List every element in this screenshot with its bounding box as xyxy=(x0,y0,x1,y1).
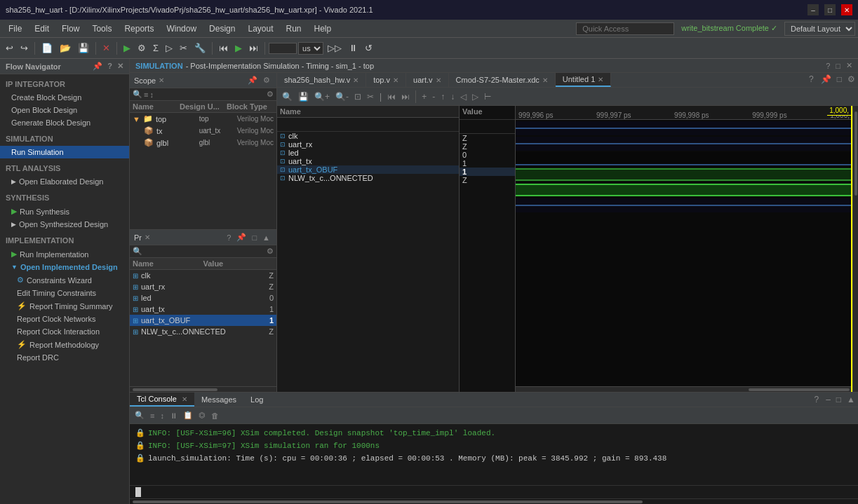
wave-fit-btn[interactable]: ⊡ xyxy=(352,91,363,102)
run-button[interactable]: ▶ xyxy=(121,41,133,55)
run-for-button[interactable]: ▷▷ xyxy=(325,41,344,55)
tab-tcl-console[interactable]: Tcl Console ✕ xyxy=(130,393,194,407)
reset-button[interactable]: ↺ xyxy=(362,41,375,55)
obj-row-nlw[interactable]: ⊞ NLW_tx_c...ONNECTED Z xyxy=(130,326,276,337)
wave-tab-sha256[interactable]: sha256_hash_hw.v ✕ xyxy=(277,73,366,87)
wave-tab-untitled-close[interactable]: ✕ xyxy=(598,76,603,83)
console-restore[interactable]: □ xyxy=(833,393,844,406)
obj-row-clk[interactable]: ⊞ clk Z xyxy=(130,270,276,281)
tab-tcl-close[interactable]: ✕ xyxy=(182,395,187,403)
synth-button[interactable]: ⚙ xyxy=(135,41,149,55)
wave-name-uart-tx[interactable]: ⊡ uart_tx xyxy=(277,157,460,165)
wave-remove-btn[interactable]: - xyxy=(430,91,437,102)
wave-tab-untitled[interactable]: Untitled 1 ✕ xyxy=(556,73,611,87)
wave-zoom-out-btn[interactable]: 🔍- xyxy=(333,91,351,102)
nav-open-synth-design[interactable]: ▶ Open Synthesized Design xyxy=(0,218,129,231)
console-clear-btn[interactable]: 🗑 xyxy=(209,411,221,421)
sim-help[interactable]: ? xyxy=(826,62,830,70)
wave-marker3-btn[interactable]: ▷ xyxy=(470,91,481,102)
new-button[interactable]: 📄 xyxy=(39,41,55,55)
wave-name-led[interactable]: ⊡ led xyxy=(277,149,460,157)
console-wrap-btn[interactable]: ⏣ xyxy=(196,410,208,421)
obj-max-btn[interactable]: ▲ xyxy=(260,233,272,243)
cancel-button[interactable]: ✕ xyxy=(100,41,113,55)
console-search-btn[interactable]: 🔍 xyxy=(133,410,147,421)
nav-create-block-design[interactable]: Create Block Design xyxy=(0,91,129,104)
cut-button[interactable]: ✂ xyxy=(177,41,190,55)
menu-help[interactable]: Help xyxy=(309,22,337,35)
save-button[interactable]: 💾 xyxy=(75,41,92,55)
scope-search-btn[interactable]: 🔍 xyxy=(133,90,142,99)
close-button[interactable]: ✕ xyxy=(841,4,852,15)
console-min[interactable]: – xyxy=(823,393,833,406)
scope-row-tx[interactable]: 📦 tx uart_tx Verilog Moc xyxy=(130,125,276,137)
scope-settings2-btn[interactable]: ⚙ xyxy=(267,90,274,99)
wave-tab-cmod-close[interactable]: ✕ xyxy=(542,76,548,84)
wave-tab-top-close[interactable]: ✕ xyxy=(393,76,398,84)
minimize-button[interactable]: – xyxy=(807,4,819,15)
scope-pin-btn[interactable]: 📌 xyxy=(246,75,260,86)
wave-search-btn[interactable]: 🔍 xyxy=(280,91,295,102)
wave-prev-edge-btn[interactable]: ⏮ xyxy=(385,91,398,102)
tab-messages[interactable]: Messages xyxy=(194,393,243,406)
scope-collapse-btn[interactable]: ↕ xyxy=(149,90,154,99)
console-help[interactable]: ? xyxy=(810,393,823,406)
wave-tab-pin[interactable]: 📌 xyxy=(818,73,834,87)
menu-file[interactable]: File xyxy=(3,22,27,35)
nav-report-timing[interactable]: ⚡ Report Timing Summary xyxy=(0,299,129,313)
menu-design[interactable]: Design xyxy=(203,22,241,35)
wave-down-btn[interactable]: ↓ xyxy=(448,91,457,102)
scope-expand-btn[interactable]: ≡ xyxy=(144,90,148,99)
objects-tab[interactable]: Pr ✕ xyxy=(134,233,150,242)
wave-zoom-in-btn[interactable]: 🔍+ xyxy=(312,91,332,102)
nav-generate-block-design[interactable]: Generate Block Design xyxy=(0,116,129,129)
run-time-input[interactable]: 10 xyxy=(269,43,297,54)
step-button[interactable]: ⏭ xyxy=(246,41,261,55)
objects-close-icon[interactable]: ✕ xyxy=(145,233,150,241)
menu-run[interactable]: Run xyxy=(281,22,307,35)
wave-marker-btn[interactable]: | xyxy=(377,91,384,102)
pause-button[interactable]: ⏸ xyxy=(346,41,361,55)
undo-button[interactable]: ↩ xyxy=(3,41,16,55)
scope-tab[interactable]: Scope ✕ xyxy=(134,76,164,85)
scope-row-glbl[interactable]: 📦 glbl glbl Verilog Moc xyxy=(130,137,276,149)
wave-name-uart-rx[interactable]: ⊡ uart_rx xyxy=(277,140,460,149)
menu-flow[interactable]: Flow xyxy=(56,22,85,35)
console-collapse-btn[interactable]: ↕ xyxy=(158,411,166,421)
nav-report-drc[interactable]: Report DRC xyxy=(0,351,129,364)
menu-window[interactable]: Window xyxy=(161,22,202,35)
wave-tab-top[interactable]: top.v ✕ xyxy=(366,73,406,87)
obj-help-btn[interactable]: ? xyxy=(224,233,233,243)
scope-settings-btn[interactable]: ⚙ xyxy=(261,75,272,86)
wave-marker2-btn[interactable]: ◁ xyxy=(458,91,469,102)
scope-row-top[interactable]: ▼ 📁 top top Verilog Moc xyxy=(130,113,276,125)
obj-restore-btn[interactable]: □ xyxy=(250,233,259,243)
flow-nav-pin[interactable]: 📌 xyxy=(93,62,102,70)
scope-close-icon[interactable]: ✕ xyxy=(159,76,164,84)
nav-open-impl-design[interactable]: ▼ Open Implemented Design xyxy=(0,261,129,273)
wave-name-nlw[interactable]: ⊡ NLW_tx_c...ONNECTED xyxy=(277,174,460,182)
nav-run-impl[interactable]: ▶ Run Implementation xyxy=(0,247,129,261)
prev-button[interactable]: ⏮ xyxy=(216,41,231,55)
menu-reports[interactable]: Reports xyxy=(119,22,159,35)
nav-report-clock-int[interactable]: Report Clock Interaction xyxy=(0,325,129,338)
obj-row-uart-rx[interactable]: ⊞ uart_rx Z xyxy=(130,281,276,292)
wave-tab-max[interactable]: □ xyxy=(834,73,845,87)
wave-tab-sha256-close[interactable]: ✕ xyxy=(353,76,358,84)
play-button[interactable]: ▶ xyxy=(232,41,245,55)
wave-hscroll[interactable] xyxy=(516,386,852,392)
obj-pin-btn[interactable]: 📌 xyxy=(234,232,248,243)
wave-tab-uart-close[interactable]: ✕ xyxy=(436,76,441,84)
console-expand-btn[interactable]: ≡ xyxy=(148,411,156,421)
wave-next-edge-btn[interactable]: ⏭ xyxy=(399,91,412,102)
nav-open-elab-design[interactable]: ▶ Open Elaborated Design xyxy=(0,175,129,188)
wave-save-btn[interactable]: 💾 xyxy=(296,91,311,102)
obj-search-btn[interactable]: 🔍 xyxy=(133,247,142,256)
scope-hscroll[interactable] xyxy=(130,386,276,392)
nav-edit-timing[interactable]: Edit Timing Constraints xyxy=(0,287,129,299)
wave-tab-cmod[interactable]: Cmod-S7-25-Master.xdc ✕ xyxy=(449,73,556,87)
flow-nav-help[interactable]: ? xyxy=(107,62,112,70)
wave-select-btn[interactable]: ✂ xyxy=(365,91,376,102)
wave-name-uart-tx-obuf[interactable]: ⊡ uart_tx_OBUF xyxy=(277,165,460,174)
maximize-button[interactable]: □ xyxy=(824,4,836,15)
